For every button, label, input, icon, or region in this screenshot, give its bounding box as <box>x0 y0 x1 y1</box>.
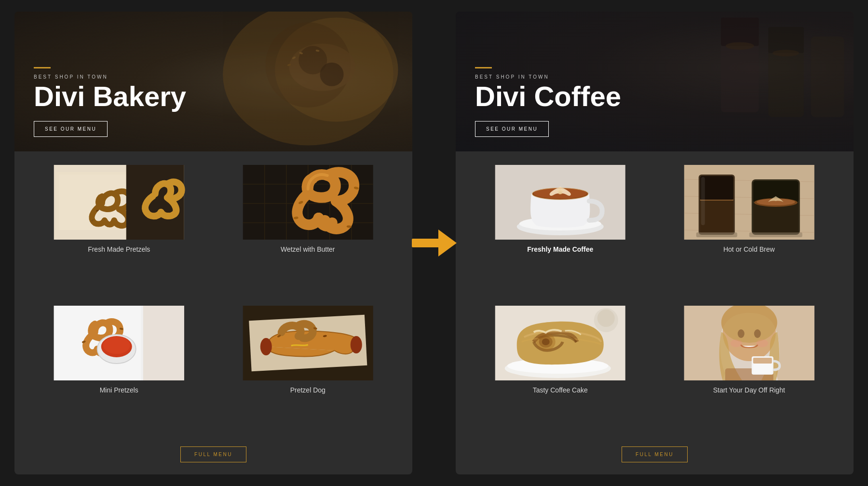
svg-point-91 <box>756 339 768 347</box>
bakery-item-wetzel: Wetzel with Butter <box>218 165 398 297</box>
svg-point-50 <box>726 42 754 50</box>
bakery-hero: BEST SHOP IN TOWN Divi Bakery SEE OUR ME… <box>14 12 412 151</box>
bakery-hero-content: BEST SHOP IN TOWN Divi Bakery SEE OUR ME… <box>34 67 393 137</box>
bakery-full-menu-container: FULL MENU <box>29 438 398 465</box>
coffee-accent-bar <box>475 67 492 68</box>
coffee-hero-content: BEST SHOP IN TOWN Divi Coffee SEE OUR ME… <box>475 67 834 137</box>
bakery-subtitle: BEST SHOP IN TOWN <box>34 74 393 80</box>
bakery-item-pretzel-dog: Pretzel Dog <box>218 306 398 438</box>
coffee-full-menu-container: FULL MENU <box>470 438 839 465</box>
coffee-item-start-day: Start Your Day Off Right <box>659 306 840 438</box>
bakery-grid-section: Fresh Made Pretzels <box>14 151 412 474</box>
coffee-panel: BEST SHOP IN TOWN Divi Coffee SEE OUR ME… <box>456 12 854 474</box>
bakery-item-fresh-pretzels: Fresh Made Pretzels <box>29 165 209 297</box>
svg-rect-65 <box>700 176 733 200</box>
coffee-items-grid: Freshly Made Coffee <box>470 165 839 438</box>
svg-rect-75 <box>749 232 802 237</box>
svg-rect-46 <box>721 17 759 46</box>
coffee-label-freshly-made: Freshly Made Coffee <box>527 245 593 253</box>
coffee-title: Divi Coffee <box>475 82 834 110</box>
bakery-image-mini-pretzels <box>29 306 209 380</box>
arrow-shaft <box>412 239 438 247</box>
bakery-label-pretzel-dog: Pretzel Dog <box>290 386 326 394</box>
bakery-accent-bar <box>34 67 51 68</box>
coffee-hero: BEST SHOP IN TOWN Divi Coffee SEE OUR ME… <box>456 12 854 151</box>
svg-point-51 <box>773 50 799 56</box>
bakery-see-menu-button[interactable]: SEE OUR MENU <box>34 121 108 137</box>
coffee-see-menu-button[interactable]: SEE OUR MENU <box>475 121 549 137</box>
svg-rect-48 <box>768 27 804 53</box>
coffee-image-coffee-cake <box>470 306 651 380</box>
coffee-label-coffee-cake: Tasty Coffee Cake <box>533 386 588 394</box>
bakery-panel: BEST SHOP IN TOWN Divi Bakery SEE OUR ME… <box>14 12 412 474</box>
coffee-label-cold-brew: Hot or Cold Brew <box>723 245 775 253</box>
bakery-item-mini-pretzels: Mini Pretzels <box>29 306 209 438</box>
coffee-image-cold-brew <box>659 165 840 240</box>
coffee-item-freshly-made: Freshly Made Coffee <box>470 165 651 297</box>
bakery-image-pretzel-dog <box>218 306 398 380</box>
bakery-image-fresh-pretzels <box>29 165 209 240</box>
svg-point-81 <box>542 338 550 345</box>
bakery-image-wetzel <box>218 165 398 240</box>
coffee-item-cold-brew: Hot or Cold Brew <box>659 165 840 297</box>
coffee-label-start-day: Start Your Day Off Right <box>713 386 785 394</box>
coffee-full-menu-button[interactable]: FULL MENU <box>622 446 688 462</box>
svg-rect-37 <box>143 306 184 380</box>
coffee-grid-section: Freshly Made Coffee <box>456 151 854 474</box>
svg-rect-66 <box>700 200 733 233</box>
svg-rect-68 <box>701 177 705 225</box>
transform-arrow <box>412 230 456 256</box>
bakery-title: Divi Bakery <box>34 82 393 110</box>
svg-point-88 <box>737 329 744 338</box>
svg-point-40 <box>260 338 271 355</box>
bakery-items-grid: Fresh Made Pretzels <box>29 165 398 438</box>
svg-point-90 <box>730 339 742 347</box>
svg-point-36 <box>103 337 130 354</box>
svg-point-57 <box>558 191 562 194</box>
coffee-image-start-day <box>659 306 840 380</box>
svg-rect-74 <box>696 232 737 237</box>
bakery-label-mini-pretzels: Mini Pretzels <box>100 386 138 394</box>
svg-rect-95 <box>753 358 772 364</box>
svg-point-41 <box>350 336 362 353</box>
svg-point-89 <box>754 329 760 338</box>
bakery-label-fresh-pretzels: Fresh Made Pretzels <box>88 245 150 253</box>
svg-rect-71 <box>753 202 798 233</box>
bakery-full-menu-button[interactable]: FULL MENU <box>180 446 246 462</box>
arrow-head <box>438 230 457 256</box>
coffee-image-freshly-made <box>470 165 651 240</box>
coffee-item-coffee-cake: Tasty Coffee Cake <box>470 306 651 438</box>
svg-point-83 <box>597 310 615 327</box>
bakery-label-wetzel: Wetzel with Butter <box>281 245 335 253</box>
coffee-subtitle: BEST SHOP IN TOWN <box>475 74 834 80</box>
